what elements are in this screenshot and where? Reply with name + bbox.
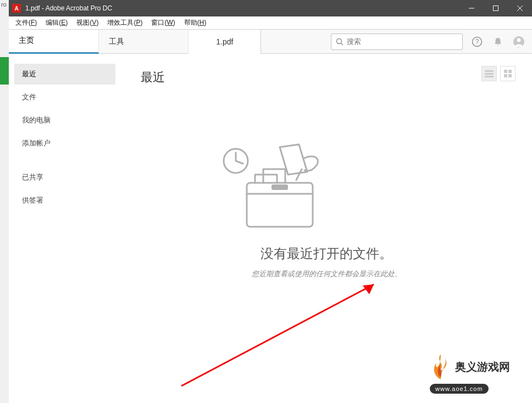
view-mode-buttons	[481, 66, 516, 81]
menu-file[interactable]: 文件(F)	[11, 17, 41, 29]
acrobat-icon: A	[12, 4, 21, 13]
tab-home[interactable]: 主页	[9, 30, 99, 54]
maximize-button[interactable]	[484, 0, 508, 16]
watermark-name: 奥义游戏网	[455, 360, 510, 374]
close-button[interactable]	[508, 0, 532, 16]
page-heading: 最近	[141, 69, 512, 86]
empty-subtitle: 您近期查看或使用的任何文件都会显示在此处。	[217, 269, 436, 279]
menu-help[interactable]: 帮助(H)	[180, 17, 211, 29]
help-icon: ?	[472, 36, 483, 47]
titlebar: A 1.pdf - Adobe Acrobat Pro DC	[9, 0, 532, 16]
svg-rect-20	[271, 184, 288, 190]
svg-rect-10	[485, 70, 494, 72]
annotation-arrow-icon	[176, 279, 385, 389]
menu-window[interactable]: 窗口(W)	[147, 17, 179, 29]
edge-text: ro	[0, 1, 9, 8]
edge-green-block	[0, 57, 9, 85]
minimize-button[interactable]	[459, 0, 484, 16]
sidebar-item-files[interactable]: 文件	[14, 87, 115, 108]
search-input[interactable]	[347, 37, 458, 46]
menu-view[interactable]: 视图(V)	[72, 17, 103, 29]
search-box[interactable]	[331, 33, 463, 50]
menubar: 文件(F) 编辑(E) 视图(V) 增效工具(P) 窗口(W) 帮助(H)	[9, 16, 532, 30]
bell-icon	[493, 37, 503, 47]
svg-rect-13	[504, 70, 507, 73]
flame-icon	[430, 353, 452, 380]
grid-view-button[interactable]	[500, 66, 516, 81]
svg-marker-22	[363, 284, 374, 294]
search-icon	[336, 38, 343, 46]
svg-line-5	[341, 43, 343, 45]
toolbar: 主页 工具 1.pdf ?	[9, 30, 532, 54]
list-icon	[485, 70, 494, 77]
watermark-url: www.aoe1.com	[430, 384, 489, 394]
external-strip: ro	[0, 0, 9, 403]
account-button[interactable]	[511, 34, 527, 49]
empty-illustration-icon	[217, 142, 337, 235]
sidebar-item-shared[interactable]: 已共享	[14, 167, 115, 188]
empty-state: 没有最近打开的文件。 您近期查看或使用的任何文件都会显示在此处。	[217, 142, 436, 279]
menu-plugins[interactable]: 增效工具(P)	[103, 17, 147, 29]
notifications-button[interactable]	[490, 34, 506, 49]
sidebar-item-recent[interactable]: 最近	[14, 64, 115, 85]
window-controls	[459, 0, 532, 16]
svg-text:?: ?	[475, 38, 479, 46]
svg-line-21	[181, 284, 374, 386]
svg-point-9	[517, 38, 521, 42]
sidebar: 最近 文件 我的电脑 添加帐户 已共享 供签署	[9, 54, 121, 403]
svg-rect-1	[494, 6, 498, 11]
svg-rect-11	[485, 73, 494, 75]
acrobat-window: A 1.pdf - Adobe Acrobat Pro DC 文件(F) 编辑(…	[9, 0, 532, 403]
svg-rect-14	[508, 70, 512, 73]
tab-tools[interactable]: 工具	[99, 30, 189, 54]
svg-rect-15	[504, 74, 507, 77]
tab-document[interactable]: 1.pdf	[189, 30, 261, 54]
empty-title: 没有最近打开的文件。	[217, 245, 436, 262]
help-button[interactable]: ?	[469, 34, 485, 49]
window-title: 1.pdf - Adobe Acrobat Pro DC	[25, 4, 459, 12]
watermark: B 奥义游戏网 www.aoe1.com	[430, 350, 529, 400]
sidebar-item-forsign[interactable]: 供签署	[14, 190, 115, 211]
sidebar-item-addaccount[interactable]: 添加帐户	[14, 133, 115, 154]
user-icon	[513, 36, 525, 48]
sidebar-item-mycomputer[interactable]: 我的电脑	[14, 110, 115, 131]
svg-rect-12	[485, 76, 494, 77]
list-view-button[interactable]	[481, 66, 497, 81]
grid-icon	[504, 70, 512, 77]
svg-point-4	[337, 38, 342, 43]
svg-rect-16	[508, 74, 512, 77]
menu-edit[interactable]: 编辑(E)	[41, 17, 72, 29]
